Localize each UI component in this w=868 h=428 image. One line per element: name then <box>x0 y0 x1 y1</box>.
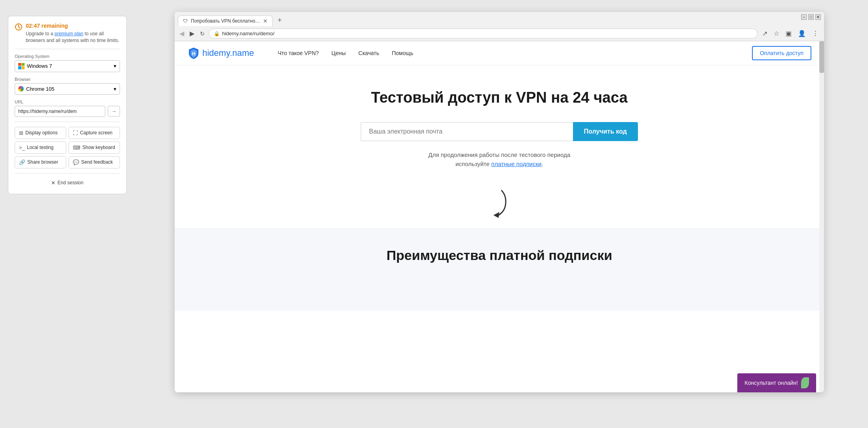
nav-cta-button[interactable]: Оплатить доступ <box>752 46 811 60</box>
os-field: Operating System Windows 7 ▾ <box>15 54 120 72</box>
local-testing-button[interactable]: >_ Local testing <box>15 141 66 154</box>
end-session-x-icon: ✕ <box>51 180 55 186</box>
action-buttons-grid: ⊞ Display options ⛶ Capture screen >_ Lo… <box>15 127 120 168</box>
menu-button[interactable]: ⋮ <box>810 29 821 38</box>
tab-favicon-icon: 🛡 <box>183 18 188 24</box>
os-value: Windows 7 <box>27 63 111 69</box>
tab-bar: 🛡 Попробовать VPN бесплатно. V ✕ + − □ ✕ <box>175 12 824 26</box>
reload-button[interactable]: ↻ <box>198 30 206 38</box>
browser-url-text: hidemy.name/ru/demo/ <box>222 31 752 36</box>
benefits-title: Преимущества платной подписки <box>187 248 811 263</box>
keyboard-icon: ⌨ <box>73 145 80 151</box>
display-options-label: Display options <box>25 130 57 136</box>
end-session-row: ✕ End session <box>15 178 120 187</box>
url-input[interactable] <box>15 106 105 117</box>
browser-value: Chrome 105 <box>26 86 111 92</box>
paid-plans-link[interactable]: платные подписки <box>491 160 542 167</box>
nav-links: Что такое VPN? Цены Скачать Помощь <box>278 50 413 56</box>
consultant-leaf-icon <box>801 377 809 388</box>
forward-button[interactable]: ▶ <box>188 30 196 38</box>
feedback-icon: 💬 <box>73 159 79 165</box>
hero-title: Тестовый доступ к VPN на 24 часа <box>187 89 811 106</box>
share-page-button[interactable]: ↗ <box>760 29 770 38</box>
email-input[interactable] <box>361 122 573 141</box>
display-options-button[interactable]: ⊞ Display options <box>15 127 66 139</box>
local-testing-label: Local testing <box>27 145 53 150</box>
hero-section: Тестовый доступ к VPN на 24 часа Получит… <box>175 65 824 184</box>
share-browser-button[interactable]: 🔗 Share browser <box>15 156 66 168</box>
profile-button[interactable]: 👤 <box>796 29 808 38</box>
website-content: H hidemy.name Что такое VPN? Цены Скачат… <box>175 41 824 392</box>
url-row: → <box>15 106 120 117</box>
site-logo: H hidemy.name <box>187 47 254 59</box>
minimize-button[interactable]: − <box>801 14 807 20</box>
end-session-button[interactable]: ✕ End session <box>48 178 86 187</box>
scrollbar-track[interactable] <box>819 41 824 392</box>
timer-row: 02:47 remaining Upgrade to a premium pla… <box>15 23 120 44</box>
nav-prices[interactable]: Цены <box>331 50 346 56</box>
send-feedback-label: Send feedback <box>81 159 113 165</box>
arrow-section <box>175 184 824 228</box>
divider-3 <box>15 173 120 174</box>
tab-close-button[interactable]: ✕ <box>263 18 268 24</box>
new-tab-button[interactable]: + <box>274 14 286 26</box>
divider-1 <box>15 49 120 49</box>
capture-screen-label: Capture screen <box>80 130 112 136</box>
browser-toolbar-actions: ↗ ☆ ▣ 👤 ⋮ <box>760 29 821 38</box>
consultant-badge[interactable]: Консультант онлайн! <box>737 373 816 392</box>
nav-download[interactable]: Скачать <box>358 50 379 56</box>
active-tab[interactable]: 🛡 Попробовать VPN бесплатно. V ✕ <box>178 15 273 26</box>
capture-screen-button[interactable]: ⛶ Capture screen <box>69 127 120 139</box>
email-form: Получить код <box>361 122 638 141</box>
close-window-button[interactable]: ✕ <box>815 14 821 20</box>
logo-shield-icon: H <box>187 47 200 59</box>
address-bar: ◀ ▶ ↻ 🔒 hidemy.name/ru/demo/ ↗ ☆ ▣ 👤 ⋮ <box>175 26 824 41</box>
bookmark-button[interactable]: ☆ <box>771 29 782 38</box>
browser-url-bar[interactable]: 🔒 hidemy.name/ru/demo/ <box>209 29 758 38</box>
os-select-wrapper[interactable]: Windows 7 ▾ <box>15 60 120 72</box>
upgrade-message: Upgrade to a premium plan to use all bro… <box>26 31 120 44</box>
url-label: URL <box>15 99 120 104</box>
premium-plan-link[interactable]: premium plan <box>55 31 84 36</box>
local-testing-icon: >_ <box>19 145 25 151</box>
timer-info: 02:47 remaining Upgrade to a premium pla… <box>26 23 120 44</box>
back-button[interactable]: ◀ <box>178 30 186 38</box>
hero-subtitle: Для продолжения работы после тестового п… <box>187 151 811 168</box>
browser-field: Browser Chrome 105 ▾ <box>15 77 120 95</box>
browser-area: 🛡 Попробовать VPN бесплатно. V ✕ + − □ ✕… <box>135 0 868 428</box>
benefits-section: Преимущества платной подписки <box>175 228 824 311</box>
svg-text:H: H <box>192 51 196 57</box>
url-field: URL → <box>15 99 120 117</box>
lock-icon: 🔒 <box>214 31 220 36</box>
windows-flag-icon <box>18 63 25 69</box>
submit-button[interactable]: Получить код <box>573 122 638 141</box>
window-controls: − □ ✕ <box>801 14 821 20</box>
divider-2 <box>15 122 120 122</box>
timer-icon <box>15 23 23 31</box>
end-session-label: End session <box>57 180 83 185</box>
nav-help[interactable]: Помощь <box>392 50 413 56</box>
control-box: 02:47 remaining Upgrade to a premium pla… <box>8 16 127 194</box>
browser-select-wrapper[interactable]: Chrome 105 ▾ <box>15 83 120 95</box>
capture-screen-icon: ⛶ <box>73 130 78 136</box>
browser-chevron-icon: ▾ <box>114 86 116 92</box>
left-panel: 02:47 remaining Upgrade to a premium pla… <box>0 0 135 428</box>
browser-chrome: 🛡 Попробовать VPN бесплатно. V ✕ + − □ ✕… <box>175 12 824 41</box>
show-keyboard-label: Show keyboard <box>82 145 115 150</box>
scrollbar-thumb[interactable] <box>819 41 824 73</box>
browser-label: Browser <box>15 77 120 82</box>
send-feedback-button[interactable]: 💬 Send feedback <box>69 156 120 168</box>
os-label: Operating System <box>15 54 120 59</box>
timer-remaining: 02:47 remaining <box>26 23 120 29</box>
reader-mode-button[interactable]: ▣ <box>783 29 794 38</box>
chrome-icon <box>18 86 24 92</box>
share-browser-label: Share browser <box>27 159 58 165</box>
show-keyboard-button[interactable]: ⌨ Show keyboard <box>69 141 120 154</box>
os-chevron-icon: ▾ <box>114 63 116 69</box>
url-go-button[interactable]: → <box>108 106 120 117</box>
logo-text: hidemy.name <box>202 48 254 58</box>
nav-what-is-vpn[interactable]: Что такое VPN? <box>278 50 319 56</box>
consultant-label: Консультант онлайн! <box>744 380 798 386</box>
site-nav: H hidemy.name Что такое VPN? Цены Скачат… <box>175 41 824 65</box>
maximize-button[interactable]: □ <box>808 14 814 20</box>
